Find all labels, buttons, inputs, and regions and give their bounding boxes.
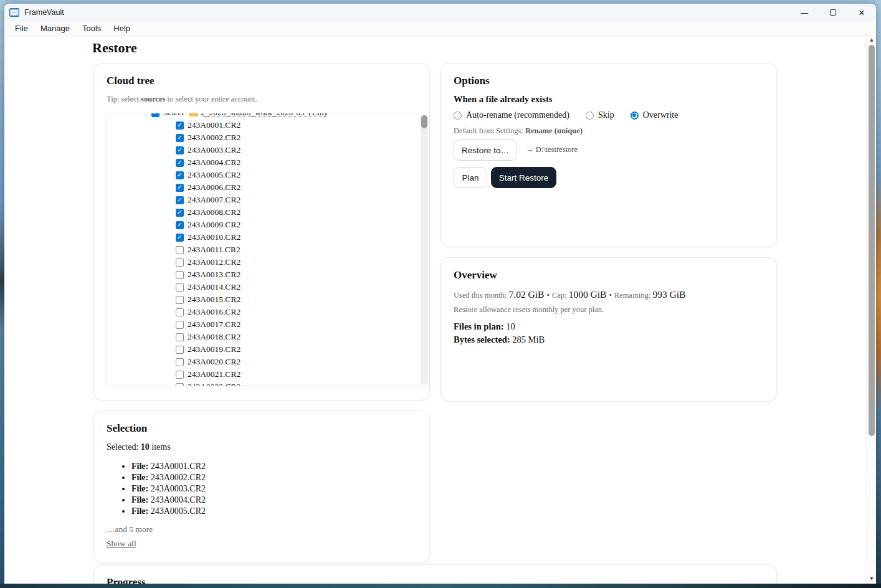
tree-row[interactable]: 243A0021.CR2 bbox=[176, 368, 240, 381]
file-prefix: File: bbox=[131, 473, 148, 482]
tree-row[interactable]: 243A0013.CR2 bbox=[176, 268, 240, 281]
file-prefix: File: bbox=[131, 462, 148, 471]
menu-item-help[interactable]: Help bbox=[107, 22, 136, 34]
tree-scrollbar-track[interactable] bbox=[421, 115, 428, 385]
list-item: File: 243A0004.CR2 bbox=[131, 495, 206, 506]
selected-files-list: File: 243A0001.CR2File: 243A0002.CR2File… bbox=[131, 461, 206, 517]
checkbox[interactable]: ✓ bbox=[176, 121, 184, 130]
tree-row[interactable]: 243A0018.CR2 bbox=[176, 331, 240, 343]
tree-row[interactable]: ✓243A0004.CR2 bbox=[176, 156, 240, 169]
radio-icon[interactable] bbox=[454, 111, 462, 120]
checkbox[interactable] bbox=[176, 308, 184, 316]
tree-file-label: 243A0019.CR2 bbox=[188, 344, 240, 354]
checkbox[interactable]: ✓ bbox=[176, 159, 184, 167]
checkbox[interactable] bbox=[176, 258, 184, 267]
menu-item-tools[interactable]: Tools bbox=[76, 22, 107, 34]
tree-file-label: 243A0021.CR2 bbox=[188, 369, 240, 379]
main-scrollbar-thumb[interactable] bbox=[869, 45, 875, 436]
checkbox[interactable]: ✓ bbox=[176, 209, 184, 217]
start-restore-button[interactable]: Start Restore bbox=[491, 167, 556, 188]
tree-file-label: 243A0018.CR2 bbox=[188, 332, 240, 342]
tree-row[interactable]: 243A0012.CR2 bbox=[176, 256, 240, 268]
checkbox[interactable] bbox=[176, 333, 184, 341]
restore-destination-path: → D:\testrestore bbox=[526, 145, 578, 154]
radio-icon[interactable] bbox=[631, 111, 639, 120]
tree-row[interactable]: ✓243A0006.CR2 bbox=[176, 181, 240, 194]
maximize-button[interactable] bbox=[819, 4, 847, 21]
app-icon bbox=[9, 7, 19, 17]
checkbox[interactable] bbox=[176, 271, 184, 279]
plan-button[interactable]: Plan bbox=[454, 167, 487, 188]
radio-label: Skip bbox=[598, 110, 614, 120]
checkbox[interactable] bbox=[176, 283, 184, 292]
checkbox[interactable]: ✓ bbox=[176, 171, 184, 179]
scroll-down-icon[interactable]: ▼ bbox=[867, 574, 876, 583]
tree-row[interactable]: ✓243A0002.CR2 bbox=[176, 131, 240, 144]
menu-item-file[interactable]: File bbox=[9, 22, 34, 34]
radio-option[interactable]: Auto-rename (recommended) bbox=[454, 110, 569, 120]
checkbox[interactable]: ✓ bbox=[176, 196, 184, 204]
radio-option[interactable]: Skip bbox=[586, 110, 614, 120]
scroll-up-icon[interactable]: ▲ bbox=[867, 36, 876, 44]
checkbox[interactable] bbox=[176, 321, 184, 329]
overview-card: Overview Used this month: 7.02 GiB•Cap: … bbox=[440, 257, 777, 402]
cloud-tree-viewport[interactable]: ✓Select2_2020_studio_work_2020-05-11.my✓… bbox=[107, 113, 430, 386]
app-window: FrameVault — ✕ FileManageToolsHelp Resto… bbox=[4, 4, 876, 584]
tree-file-label: 243A0003.CR2 bbox=[188, 145, 240, 155]
show-all-link[interactable]: Show all bbox=[107, 539, 136, 549]
conflict-policy-heading: When a file already exists bbox=[454, 94, 552, 105]
tree-row[interactable]: ✓243A0009.CR2 bbox=[176, 219, 240, 231]
checkbox[interactable] bbox=[176, 371, 184, 379]
tree-row[interactable]: ✓243A0001.CR2 bbox=[176, 119, 240, 131]
checkbox[interactable]: ✓ bbox=[151, 113, 160, 117]
files-in-plan: Files in plan: 10 bbox=[454, 321, 515, 332]
tree-row[interactable]: ✓243A0010.CR2 bbox=[176, 231, 240, 244]
maximize-icon bbox=[830, 9, 836, 16]
tree-scrollbar-thumb[interactable] bbox=[421, 115, 427, 128]
menu-item-manage[interactable]: Manage bbox=[34, 22, 76, 34]
tree-row[interactable]: 243A0015.CR2 bbox=[176, 293, 240, 306]
options-title: Options bbox=[454, 75, 490, 87]
tree-row[interactable]: 243A0019.CR2 bbox=[176, 343, 240, 356]
checkbox[interactable] bbox=[176, 358, 184, 366]
tree-root-row[interactable]: ✓Select2_2020_studio_work_2020-05-11.my bbox=[151, 113, 328, 119]
more-items-note: …and 5 more bbox=[107, 524, 153, 534]
checkbox[interactable]: ✓ bbox=[176, 234, 184, 242]
tree-row[interactable]: ✓243A0008.CR2 bbox=[176, 206, 240, 219]
checkbox[interactable] bbox=[176, 346, 184, 354]
restore-to-button[interactable]: Restore to… bbox=[454, 140, 517, 161]
tree-file-label: 243A0020.CR2 bbox=[188, 357, 240, 367]
selected-count-line: Selected: 10 items bbox=[107, 442, 171, 452]
page-title: Restore bbox=[92, 40, 137, 56]
main-scrollbar[interactable]: ▲ ▼ bbox=[866, 36, 876, 584]
checkbox[interactable] bbox=[176, 383, 184, 387]
tree-file-label: 243A0010.CR2 bbox=[188, 232, 240, 242]
checkbox[interactable]: ✓ bbox=[176, 146, 184, 154]
radio-icon[interactable] bbox=[586, 111, 594, 120]
tree-row[interactable]: 243A0022.CR2 bbox=[176, 381, 240, 386]
minimize-button[interactable]: — bbox=[790, 4, 819, 21]
checkbox[interactable] bbox=[176, 246, 184, 254]
tree-row[interactable]: 243A0016.CR2 bbox=[176, 306, 240, 318]
checkbox[interactable]: ✓ bbox=[176, 184, 184, 192]
checkbox[interactable] bbox=[176, 296, 184, 304]
tree-row[interactable]: 243A0014.CR2 bbox=[176, 281, 240, 293]
checkbox[interactable]: ✓ bbox=[176, 134, 184, 142]
tree-folder-link[interactable]: 2_2020_studio_work_2020-05-11.my bbox=[201, 113, 328, 118]
tree-file-label: 243A0011.CR2 bbox=[188, 245, 240, 255]
list-item: File: 243A0005.CR2 bbox=[131, 506, 206, 517]
window-title: FrameVault bbox=[24, 8, 64, 17]
tree-row[interactable]: 243A0020.CR2 bbox=[176, 356, 240, 368]
radio-label: Overwrite bbox=[643, 110, 679, 120]
default-settings-note: Default from Settings: Rename (unique) bbox=[454, 126, 583, 136]
usage-summary: Used this month: 7.02 GiB•Cap: 1000 GiB•… bbox=[454, 289, 685, 300]
tree-row[interactable]: ✓243A0003.CR2 bbox=[176, 144, 240, 156]
tree-row[interactable]: 243A0017.CR2 bbox=[176, 318, 240, 331]
tree-row[interactable]: 243A0011.CR2 bbox=[176, 244, 240, 256]
radio-option[interactable]: Overwrite bbox=[631, 110, 679, 120]
checkbox[interactable]: ✓ bbox=[176, 221, 184, 229]
close-button[interactable]: ✕ bbox=[847, 4, 876, 21]
tree-row[interactable]: ✓243A0007.CR2 bbox=[176, 194, 240, 206]
overview-title: Overview bbox=[454, 269, 497, 282]
tree-row[interactable]: ✓243A0005.CR2 bbox=[176, 169, 240, 181]
